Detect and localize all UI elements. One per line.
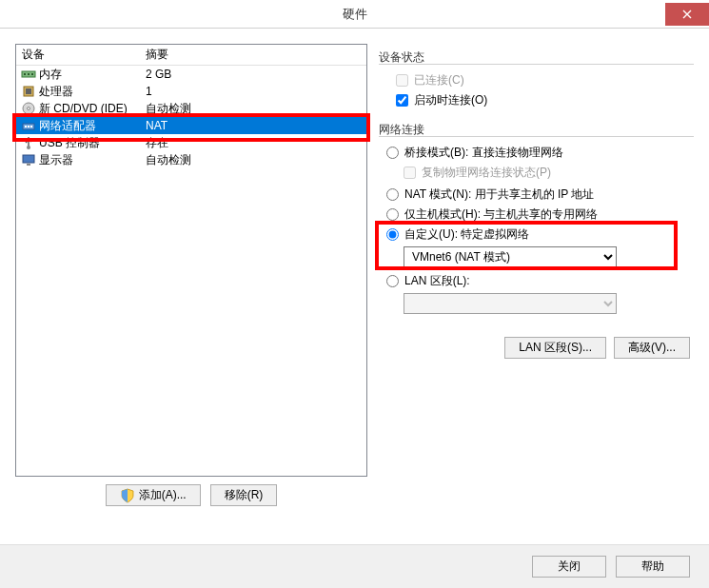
bridged-radio[interactable] bbox=[386, 147, 399, 159]
connect-at-power-checkbox[interactable] bbox=[396, 94, 408, 107]
nat-radio[interactable] bbox=[386, 188, 399, 201]
display-icon bbox=[20, 152, 37, 167]
add-button[interactable]: 添加(A)... bbox=[106, 484, 201, 506]
replicate-checkbox bbox=[404, 167, 416, 179]
connected-checkbox bbox=[396, 74, 408, 87]
device-row[interactable]: USB 控制器存在 bbox=[16, 134, 366, 151]
lan-segment-select bbox=[404, 293, 617, 314]
connect-at-power-label: 启动时连接(O) bbox=[414, 92, 487, 108]
device-list-header: 设备 摘要 bbox=[16, 45, 366, 66]
replicate-row: 复制物理网络连接状态(P) bbox=[404, 165, 694, 181]
window-title: 硬件 bbox=[343, 6, 367, 23]
device-row[interactable]: 处理器1 bbox=[16, 83, 366, 100]
content-area: 设备 摘要 内存2 GB处理器1新 CD/DVD (IDE)自动检测网络适配器N… bbox=[0, 29, 709, 521]
hostonly-radio[interactable] bbox=[386, 208, 399, 221]
shield-icon bbox=[120, 488, 135, 503]
connect-at-power-row[interactable]: 启动时连接(O) bbox=[396, 92, 694, 108]
cpu-icon bbox=[20, 84, 37, 99]
lan-segment-radio[interactable] bbox=[386, 275, 399, 287]
close-window-button[interactable] bbox=[665, 3, 709, 26]
nat-radio-row[interactable]: NAT 模式(N): 用于共享主机的 IP 地址 bbox=[386, 186, 694, 203]
bridged-label: 桥接模式(B): 直接连接物理网络 bbox=[404, 145, 563, 161]
device-row[interactable]: 新 CD/DVD (IDE)自动检测 bbox=[16, 100, 366, 117]
svg-rect-13 bbox=[23, 155, 34, 163]
footer: 关闭 帮助 bbox=[0, 544, 709, 588]
svg-rect-2 bbox=[28, 73, 30, 75]
svg-rect-14 bbox=[27, 164, 30, 166]
titlebar: 硬件 bbox=[0, 0, 709, 29]
svg-rect-3 bbox=[31, 73, 33, 75]
cd-icon bbox=[20, 101, 37, 116]
connected-label: 已连接(C) bbox=[414, 72, 464, 88]
close-icon bbox=[682, 10, 692, 19]
custom-radio-row[interactable]: 自定义(U): 特定虚拟网络 bbox=[386, 226, 694, 243]
lan-segment-radio-row[interactable]: LAN 区段(L): bbox=[386, 273, 694, 289]
network-icon bbox=[20, 118, 37, 133]
left-panel: 设备 摘要 内存2 GB处理器1新 CD/DVD (IDE)自动检测网络适配器N… bbox=[15, 44, 367, 506]
device-name: USB 控制器 bbox=[37, 135, 140, 151]
device-name: 网络适配器 bbox=[37, 118, 140, 134]
right-panel: 设备状态 已连接(C) 启动时连接(O) 网络连接 桥接模式(B): 直接连接物… bbox=[379, 44, 694, 506]
replicate-label: 复制物理网络连接状态(P) bbox=[422, 165, 551, 181]
device-name: 处理器 bbox=[37, 84, 140, 100]
device-name: 内存 bbox=[37, 67, 140, 83]
add-button-label: 添加(A)... bbox=[139, 487, 187, 503]
device-row[interactable]: 网络适配器NAT bbox=[16, 117, 366, 134]
close-button[interactable]: 关闭 bbox=[532, 556, 606, 578]
col-summary-header[interactable]: 摘要 bbox=[140, 47, 366, 63]
device-row[interactable]: 显示器自动检测 bbox=[16, 151, 366, 168]
usb-icon bbox=[20, 135, 37, 150]
advanced-button[interactable]: 高级(V)... bbox=[614, 337, 690, 359]
remove-button[interactable]: 移除(R) bbox=[210, 484, 278, 506]
device-summary: 1 bbox=[140, 85, 366, 98]
device-row[interactable]: 内存2 GB bbox=[16, 66, 366, 83]
device-summary: 2 GB bbox=[140, 68, 366, 81]
device-summary: 自动检测 bbox=[140, 152, 366, 168]
help-button[interactable]: 帮助 bbox=[616, 556, 690, 578]
device-summary: NAT bbox=[140, 119, 366, 132]
device-name: 显示器 bbox=[37, 152, 140, 168]
svg-rect-9 bbox=[25, 126, 27, 127]
lan-segment-label: LAN 区段(L): bbox=[404, 273, 470, 289]
custom-network-select[interactable]: VMnet6 (NAT 模式) bbox=[404, 246, 617, 267]
svg-point-7 bbox=[28, 108, 30, 110]
nat-label: NAT 模式(N): 用于共享主机的 IP 地址 bbox=[404, 186, 594, 203]
memory-icon bbox=[20, 67, 37, 82]
custom-label: 自定义(U): 特定虚拟网络 bbox=[404, 226, 529, 243]
svg-rect-1 bbox=[24, 73, 26, 75]
bridged-radio-row[interactable]: 桥接模式(B): 直接连接物理网络 bbox=[386, 145, 694, 161]
connected-checkbox-row: 已连接(C) bbox=[396, 72, 694, 88]
svg-rect-11 bbox=[30, 126, 32, 127]
device-summary: 存在 bbox=[140, 135, 366, 151]
device-summary: 自动检测 bbox=[140, 101, 366, 117]
svg-rect-10 bbox=[28, 126, 30, 127]
col-device-header[interactable]: 设备 bbox=[16, 47, 140, 63]
custom-radio[interactable] bbox=[386, 228, 399, 241]
device-name: 新 CD/DVD (IDE) bbox=[37, 101, 140, 117]
hostonly-radio-row[interactable]: 仅主机模式(H): 与主机共享的专用网络 bbox=[386, 206, 694, 223]
svg-point-12 bbox=[27, 146, 30, 149]
svg-rect-5 bbox=[26, 88, 31, 94]
hostonly-label: 仅主机模式(H): 与主机共享的专用网络 bbox=[404, 206, 598, 223]
lan-segments-button[interactable]: LAN 区段(S)... bbox=[504, 337, 606, 359]
device-list: 设备 摘要 内存2 GB处理器1新 CD/DVD (IDE)自动检测网络适配器N… bbox=[15, 44, 367, 477]
